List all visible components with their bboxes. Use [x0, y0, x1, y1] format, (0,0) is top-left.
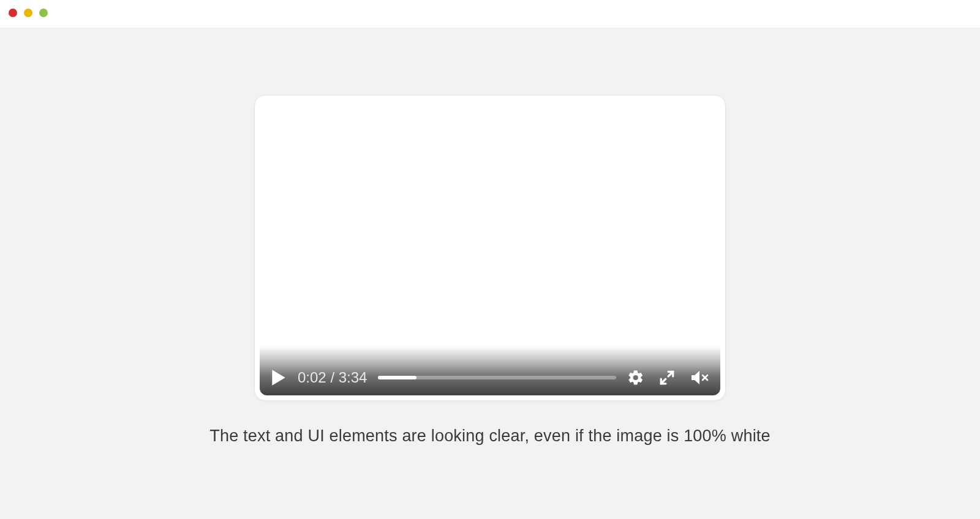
time-display: 0:02 / 3:34 [298, 369, 367, 386]
caption-text: The text and UI elements are looking cle… [209, 427, 771, 446]
settings-button[interactable] [627, 369, 644, 386]
gear-icon [627, 369, 644, 386]
close-window-button[interactable] [9, 9, 17, 17]
progress-fill [378, 376, 416, 379]
video-surface[interactable]: 0:02 / 3:34 [260, 100, 720, 395]
fullscreen-icon [659, 370, 675, 386]
page-body: 0:02 / 3:34 [0, 28, 980, 519]
minimize-window-button[interactable] [24, 9, 32, 17]
video-player-card: 0:02 / 3:34 [254, 95, 726, 401]
play-icon [271, 368, 287, 387]
window-traffic-lights [9, 9, 48, 17]
progress-bar[interactable] [378, 376, 616, 379]
volume-muted-icon [690, 369, 709, 386]
video-control-bar: 0:02 / 3:34 [260, 346, 720, 395]
mute-button[interactable] [690, 369, 709, 386]
fullscreen-button[interactable] [659, 370, 675, 386]
play-button[interactable] [271, 368, 287, 387]
maximize-window-button[interactable] [39, 9, 48, 17]
right-controls [627, 369, 709, 386]
